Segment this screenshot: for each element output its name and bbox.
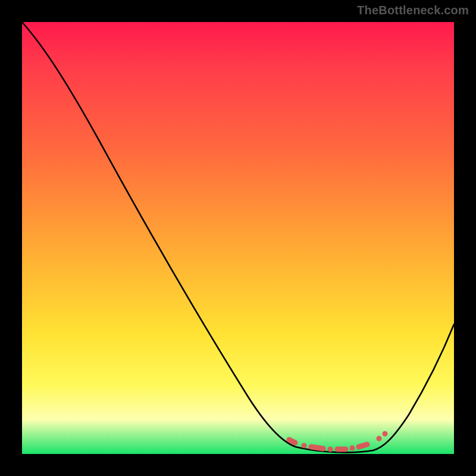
svg-point-1 xyxy=(328,447,333,452)
svg-point-0 xyxy=(302,443,307,449)
svg-point-3 xyxy=(377,436,382,441)
chart-frame: TheBottleneck.com xyxy=(0,0,476,476)
svg-point-4 xyxy=(383,431,388,437)
bottleneck-curve xyxy=(22,22,454,452)
svg-point-2 xyxy=(350,446,355,451)
watermark-text: TheBottleneck.com xyxy=(357,4,469,17)
curve-layer xyxy=(22,22,454,454)
